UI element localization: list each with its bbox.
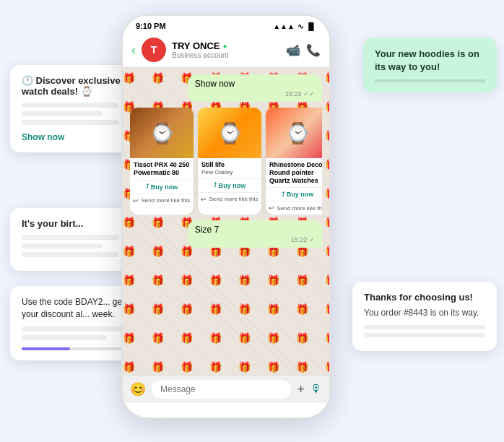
- buy-now-btn-2[interactable]: ⤴ Buy now: [198, 178, 261, 192]
- contact-subtitle: Business account: [172, 51, 286, 59]
- product-carousel: ⌚ Tissot PRX 40 250 Powermatic 80 ⤴ Buy …: [130, 108, 322, 214]
- external-link-icon-1: ⤴: [146, 183, 149, 190]
- bday-line-2: [22, 243, 102, 248]
- thanks-line-2: [364, 333, 485, 337]
- contact-avatar: T: [142, 38, 166, 62]
- chat-time-2: 15:22 ✓: [195, 236, 315, 243]
- emoji-icon[interactable]: 😊: [130, 381, 146, 397]
- video-call-icon[interactable]: 📹: [286, 43, 300, 57]
- product-carousel-container: ⌚ Tissot PRX 40 250 Powermatic 80 ⤴ Buy …: [130, 108, 322, 214]
- chat-input-bar: 😊 + 🎙: [123, 375, 329, 403]
- chat-bubble-size: Size 7 15:22 ✓: [188, 220, 322, 248]
- bday-progress-fill: [22, 347, 70, 350]
- product-title-1: Tissot PRX 40 250 Powermatic 80: [134, 161, 190, 177]
- birthday-title: It's your birt...: [22, 218, 136, 229]
- watch-deals-title: 🕐 Discover exclusive watch deals! ⌚: [22, 75, 136, 97]
- chat-bubble-show-now: Show now 15:23 ✓✓: [188, 74, 322, 102]
- reply-icon-2: ↩: [201, 196, 207, 203]
- hoodie-card: Your new hoodies is on its way to you!: [363, 38, 497, 92]
- line-3: [22, 120, 118, 125]
- thanks-text: You order #8443 is on its way.: [364, 307, 485, 319]
- thanks-title: Thanks for choosing us!: [364, 292, 485, 303]
- reply-icon-1: ↩: [133, 197, 139, 204]
- send-more-btn-2[interactable]: ↩ Send more like this: [198, 192, 261, 206]
- watch-deals-show-now-btn[interactable]: Show now: [22, 132, 136, 142]
- verified-icon: ●: [222, 42, 227, 50]
- battery-icon: ▐▌: [306, 22, 316, 30]
- bday-code-line-1: [22, 326, 125, 332]
- status-time: 9:10 PM: [136, 22, 166, 30]
- phone-frame: 9:10 PM ▲▲▲ ∿ ▐▌ ‹ T TRY ONCE ● Business…: [121, 14, 331, 419]
- bday-code-line-2: [22, 335, 107, 340]
- attach-icon[interactable]: +: [297, 382, 305, 397]
- product-title-2: Still life: [201, 161, 258, 169]
- product-image-2: ⌚: [198, 108, 261, 158]
- signal-icon: ▲▲▲: [273, 22, 295, 30]
- send-more-btn-1[interactable]: ↩ Send more like this: [130, 194, 194, 207]
- chat-area: Show now 15:23 ✓✓ ⌚ Tissot PRX 40 250 Po…: [123, 67, 329, 375]
- status-icons: ▲▲▲ ∿ ▐▌: [273, 22, 316, 30]
- product-image-3: ⌚: [266, 108, 322, 158]
- product-card-body-1: Tissot PRX 40 250 Powermatic 80: [130, 158, 194, 180]
- hoodie-text: Your new hoodies is on its way to you!: [375, 48, 485, 74]
- product-card-body-2: Still life Pete Oakley: [198, 158, 261, 178]
- back-button[interactable]: ‹: [131, 43, 136, 58]
- buy-now-btn-1[interactable]: ⤴ Buy now: [130, 180, 194, 194]
- mic-icon[interactable]: 🎙: [310, 383, 322, 396]
- bday-line-1: [22, 235, 118, 240]
- wifi-icon: ∿: [297, 22, 303, 30]
- product-image-1: ⌚: [130, 108, 194, 158]
- product-card-2: ⌚ Still life Pete Oakley ⤴ Buy now ↩ Sen…: [198, 108, 261, 214]
- line-2: [22, 111, 102, 116]
- message-input[interactable]: [152, 380, 291, 399]
- chat-header: ‹ T TRY ONCE ● Business account 📹 📞: [123, 33, 329, 67]
- contact-name: TRY ONCE ●: [172, 40, 286, 51]
- buy-now-btn-3[interactable]: ⤴ Buy now: [266, 187, 322, 201]
- contact-info: TRY ONCE ● Business account: [172, 40, 286, 59]
- product-card-3: ⌚ Rhinestone Decor Round pointer Quartz …: [266, 108, 322, 214]
- phone-call-icon[interactable]: 📞: [306, 43, 321, 57]
- product-card-1: ⌚ Tissot PRX 40 250 Powermatic 80 ⤴ Buy …: [130, 108, 194, 214]
- external-link-icon-2: ⤴: [214, 182, 217, 188]
- external-link-icon-3: ⤴: [282, 191, 284, 198]
- hoodie-line: [375, 79, 485, 82]
- bday-line-3: [22, 252, 118, 257]
- product-title-3: Rhinestone Decor Round pointer Quartz Wa…: [269, 161, 322, 184]
- status-bar: 9:10 PM ▲▲▲ ∿ ▐▌: [123, 16, 329, 33]
- thanks-card: Thanks for choosing us! You order #8443 …: [352, 282, 497, 351]
- line-1: [22, 103, 118, 108]
- reply-icon-3: ↩: [269, 204, 274, 212]
- chat-time-1: 15:23 ✓✓: [195, 90, 315, 98]
- send-more-btn-3[interactable]: ↩ Send more like this: [266, 201, 322, 214]
- thanks-line-1: [364, 325, 485, 329]
- product-subtitle-2: Pete Oakley: [201, 169, 258, 176]
- product-card-body-3: Rhinestone Decor Round pointer Quartz Wa…: [266, 158, 322, 187]
